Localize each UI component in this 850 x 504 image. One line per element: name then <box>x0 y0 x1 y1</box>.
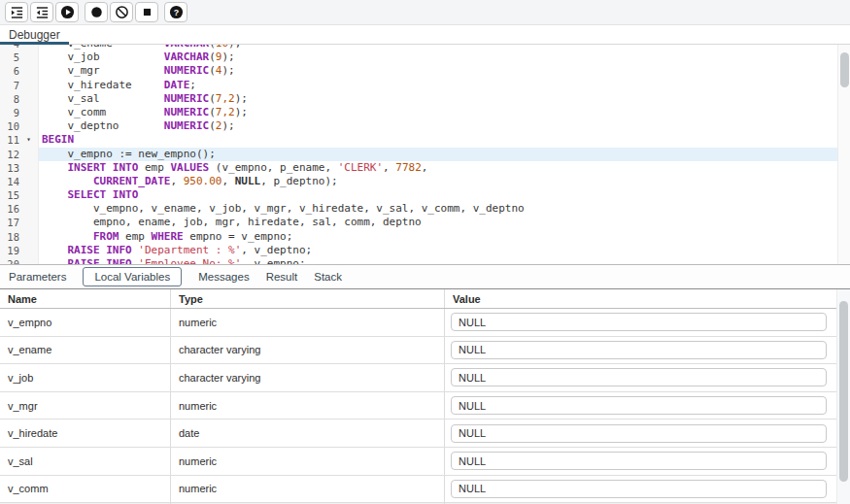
code-token: VALUES <box>170 161 209 174</box>
value-input-v_mgr[interactable] <box>451 396 827 415</box>
code-line-9[interactable]: 9 v_comm NUMERIC(7,2); <box>0 106 837 119</box>
code-line-8[interactable]: 8 v_sal NUMERIC(7,2); <box>0 92 837 106</box>
value-input-v_comm[interactable] <box>451 480 827 498</box>
debugger-toolbar: ? <box>0 0 850 25</box>
clear-breakpoints-button[interactable] <box>110 2 133 22</box>
code-scroll-area[interactable]: 4 v_ename VARCHAR(10);5 v_job VARCHAR(9)… <box>0 45 837 264</box>
line-number[interactable]: 11 <box>0 133 19 147</box>
variable-row-v_empno[interactable]: v_empnonumeric <box>0 309 850 337</box>
code-line-12[interactable]: 12 v_empno := new_empno(); <box>0 148 837 161</box>
line-number[interactable]: 12 <box>0 148 19 161</box>
code-token: v_empno, v_ename, v_job, v_mgr, v_hireda… <box>42 202 525 215</box>
code-line-17[interactable]: 17 empno, ename, job, mgr, hiredate, sal… <box>0 216 837 229</box>
help-button[interactable]: ? <box>164 2 187 22</box>
step-into-button[interactable] <box>5 2 28 22</box>
line-number[interactable]: 13 <box>0 161 19 175</box>
svg-text:?: ? <box>173 8 178 17</box>
code-editor[interactable]: 4 v_ename VARCHAR(10);5 v_job VARCHAR(9)… <box>0 45 850 264</box>
line-number[interactable]: 15 <box>0 188 19 202</box>
editor-scrollbar-thumb[interactable] <box>840 52 849 87</box>
line-number[interactable]: 10 <box>0 119 19 133</box>
code-text: v_job VARCHAR(9); <box>39 50 837 64</box>
variable-name: v_empno <box>0 309 171 336</box>
code-line-15[interactable]: 15 SELECT INTO <box>0 188 837 202</box>
code-token: NULL <box>235 175 261 187</box>
code-token: v_job <box>42 50 164 63</box>
value-input-v_ename[interactable] <box>451 341 827 359</box>
toolbar-group <box>5 2 79 22</box>
code-line-13[interactable]: 13 INSERT INTO emp VALUES (v_empno, p_en… <box>0 161 837 175</box>
column-header-name: Name <box>0 289 171 308</box>
line-number[interactable]: 6 <box>0 64 19 78</box>
line-number[interactable]: 19 <box>0 244 19 257</box>
variable-row-v_hiredate[interactable]: v_hiredatedate <box>0 420 850 448</box>
line-number[interactable]: 8 <box>0 92 19 106</box>
tab-debugger[interactable]: Debugger <box>0 26 69 45</box>
code-line-7[interactable]: 7 v_hiredate DATE; <box>0 79 837 92</box>
continue-button[interactable] <box>55 2 79 22</box>
code-line-16[interactable]: 16 v_empno, v_ename, v_job, v_mgr, v_hir… <box>0 202 837 216</box>
stop-button[interactable] <box>135 2 158 22</box>
variable-row-v_mgr[interactable]: v_mgrnumeric <box>0 392 850 420</box>
code-token: ( <box>209 50 216 63</box>
tab-local-variables[interactable]: Local Variables <box>83 267 182 286</box>
tab-result[interactable]: Result <box>266 271 298 283</box>
table-scrollbar-thumb[interactable] <box>839 301 848 482</box>
fold-marker-icon[interactable]: ▾ <box>19 133 39 147</box>
variable-row-v_job[interactable]: v_jobcharacter varying <box>0 364 850 392</box>
code-token <box>42 161 68 174</box>
gutter-spacer <box>19 202 39 216</box>
code-line-10[interactable]: 10 v_deptno NUMERIC(2); <box>0 119 837 133</box>
editor-vertical-scrollbar[interactable] <box>837 45 850 264</box>
line-number[interactable]: 9 <box>0 106 19 119</box>
panel-tabbar: ParametersLocal VariablesMessagesResultS… <box>0 265 850 287</box>
code-line-5[interactable]: 5 v_job VARCHAR(9); <box>0 50 837 64</box>
tab-parameters[interactable]: Parameters <box>9 271 66 283</box>
step-over-button[interactable] <box>30 2 53 22</box>
code-token: 7,2 <box>216 92 235 105</box>
code-token: BEGIN <box>42 133 74 146</box>
table-vertical-scrollbar[interactable] <box>836 289 850 504</box>
value-input-v_empno[interactable] <box>451 313 827 331</box>
variable-value-cell <box>445 476 836 503</box>
variable-name: v_job <box>0 364 171 391</box>
code-line-6[interactable]: 6 v_mgr NUMERIC(4); <box>0 64 837 78</box>
code-text: CURRENT_DATE, 950.00, NULL, p_deptno); <box>39 175 837 188</box>
code-token: empno = v_empno; <box>184 230 293 243</box>
toggle-breakpoint-button[interactable] <box>85 2 108 22</box>
code-token: 'Employee No: %' <box>138 257 241 264</box>
code-text: SELECT INTO <box>39 188 837 202</box>
line-number[interactable]: 17 <box>0 216 19 229</box>
line-number[interactable]: 20 <box>0 257 19 264</box>
variable-row-v_sal[interactable]: v_salnumeric <box>0 448 850 476</box>
code-line-14[interactable]: 14 CURRENT_DATE, 950.00, NULL, p_deptno)… <box>0 175 837 188</box>
code-line-18[interactable]: 18 FROM emp WHERE empno = v_empno; <box>0 230 837 244</box>
gutter-spacer <box>19 119 39 133</box>
variable-row-v_ename[interactable]: v_enamecharacter varying <box>0 337 850 365</box>
code-token: , <box>170 175 183 187</box>
code-token: v_comm <box>42 106 164 118</box>
line-number[interactable]: 7 <box>0 79 19 92</box>
value-input-v_hiredate[interactable] <box>451 424 827 443</box>
line-number[interactable]: 14 <box>0 175 19 188</box>
line-number[interactable]: 5 <box>0 50 19 64</box>
code-token: RAISE INFO <box>68 244 132 256</box>
variable-value-cell <box>445 392 836 420</box>
tab-stack[interactable]: Stack <box>314 271 342 283</box>
continue-icon <box>60 5 75 19</box>
value-input-v_sal[interactable] <box>451 452 827 470</box>
value-input-v_job[interactable] <box>451 368 827 386</box>
code-text: FROM emp WHERE empno = v_empno; <box>39 230 837 244</box>
line-number[interactable]: 16 <box>0 202 19 216</box>
toolbar-group <box>85 2 158 22</box>
code-line-11[interactable]: 11▾BEGIN <box>0 133 837 147</box>
variable-type: character varying <box>171 364 445 391</box>
tab-messages[interactable]: Messages <box>198 271 249 283</box>
variable-row-v_comm[interactable]: v_commnumeric <box>0 476 850 504</box>
code-text: v_empno := new_empno(); <box>39 148 837 161</box>
code-text: empno, ename, job, mgr, hiredate, sal, c… <box>39 216 837 229</box>
line-number[interactable]: 18 <box>0 230 19 244</box>
code-line-19[interactable]: 19 RAISE INFO 'Department : %', v_deptno… <box>0 244 837 257</box>
variable-type: numeric <box>171 448 445 475</box>
code-line-20[interactable]: 20 RAISE INFO 'Employee No: %', v_empno; <box>0 257 837 264</box>
